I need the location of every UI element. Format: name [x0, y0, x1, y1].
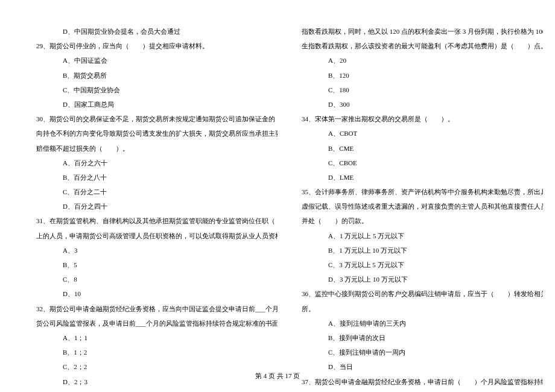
- q29-option-c: C、中国期货业协会: [36, 83, 278, 97]
- q30-stem-line3: 赔偿额不超过损失的（ ）。: [36, 141, 278, 156]
- q36-option-c: C、接到注销申请的一周内: [302, 345, 543, 359]
- q29-option-d: D、国家工商总局: [36, 97, 278, 112]
- q35-option-b: B、1 万元以上 10 万元以下: [302, 243, 543, 258]
- q33-stem-line2: 指数看跌期权，同时，他又以 120 点的权利金卖出一张 3 月份到期，执行价格为…: [302, 24, 543, 39]
- q36-option-a: A、接到注销申请的三天内: [302, 316, 543, 330]
- q34-stem: 34、宋体第一家推出期权交易的交易所是（ ）。: [302, 112, 543, 126]
- q34-option-a: A、CBOT: [302, 126, 543, 141]
- q37-stem-line2: 标准。: [302, 389, 543, 392]
- q35-stem-line2: 虚假记载、误导性陈述或者重大遗漏的，对直接负责的主管人员和其他直接责任人员给予警…: [302, 199, 543, 213]
- q34-option-c: C、CBOE: [302, 156, 543, 170]
- q32-option-b: B、1；2: [36, 345, 278, 359]
- q35-stem-line1: 35、会计师事务所、律师事务所、资产评估机构等中介服务机构未勤勉尽责，所出具的文…: [302, 185, 543, 199]
- q31-stem-line2: 上的人员，申请期货公司高级管理人员任职资格的，可以免试取得期货从业人员资格。: [36, 229, 278, 243]
- q31-option-c: C、8: [36, 272, 278, 286]
- q30-stem-line1: 30、期货公司的交易保证金不足，期货交易所未按规定通知期货公司追加保证金的，由于…: [36, 112, 278, 126]
- q32-stem-line1: 32、期货公司申请金融期货经纪业务资格，应当向中国证监会提交申请日前___个月月…: [36, 302, 278, 316]
- q31-stem-line1: 31、在期货监管机构、自律机构以及其他承担期货监管职能的专业监管岗位任职（ ）年…: [36, 213, 278, 228]
- q35-option-c: C、3 万元以上 5 万元以下: [302, 258, 543, 272]
- q36-stem-line1: 36、监控中心接到期货公司的客户交易编码注销申请后，应当于（ ）转发给相关期货交…: [302, 286, 543, 301]
- q34-option-d: D、LME: [302, 170, 543, 185]
- q29-stem: 29、期货公司停业的，应当向（ ）提交相应申请材料。: [36, 39, 278, 53]
- q30-option-c: C、百分之二十: [36, 185, 278, 199]
- q32-option-a: A、1；1: [36, 330, 278, 345]
- q35-option-d: D、3 万元以上 10 万元以下: [302, 272, 543, 286]
- q33-option-c: C、180: [302, 83, 543, 97]
- q30-option-d: D、百分之四十: [36, 199, 278, 213]
- q34-option-b: B、CME: [302, 141, 543, 156]
- q33-stem-line1: 33、2 月 10 日，某投资者以 300 点的权利金买入一张 3 月份到期，执…: [36, 389, 278, 392]
- q30-option-a: A、百分之六十: [36, 156, 278, 170]
- q33-stem-line3: 生指数看跌期权，那么该投资者的最大可能盈利（不考虑其他费用）是（ ）点。: [302, 39, 543, 53]
- q36-stem-line2: 所。: [302, 302, 543, 316]
- q33-option-b: B、120: [302, 68, 543, 83]
- right-column: 指数看跌期权，同时，他又以 120 点的权利金卖出一张 3 月份到期，执行价格为…: [302, 24, 543, 368]
- q29-option-b: B、期货交易所: [36, 68, 278, 83]
- q33-option-d: D、300: [302, 97, 543, 112]
- q36-option-b: B、接到申请的次日: [302, 330, 543, 345]
- q30-stem-line2: 向持仓不利的方向变化导致期货公司透支发生的扩大损失，期货交易所应当承担主要赔偿责…: [36, 126, 278, 141]
- q28-option-d: D、中国期货业协会提名，会员大会通过: [36, 24, 278, 39]
- q35-stem-line3: 并处（ ）的罚款。: [302, 213, 543, 228]
- q31-option-a: A、3: [36, 243, 278, 258]
- q31-option-b: B、5: [36, 258, 278, 272]
- left-column: D、中国期货业协会提名，会员大会通过 29、期货公司停业的，应当向（ ）提交相应…: [36, 24, 278, 368]
- q29-option-a: A、中国证监会: [36, 53, 278, 68]
- q35-option-a: A、1 万元以上 5 万元以下: [302, 229, 543, 243]
- q30-option-b: B、百分之八十: [36, 170, 278, 185]
- two-column-layout: D、中国期货业协会提名，会员大会通过 29、期货公司停业的，应当向（ ）提交相应…: [36, 24, 519, 368]
- q32-stem-line2: 货公司风险监管报表，及申请日前___个月的风险监管指标持续符合规定标准的书面保证…: [36, 316, 278, 330]
- q31-option-d: D、10: [36, 286, 278, 301]
- page-footer: 第 4 页 共 17 页: [0, 368, 555, 383]
- q33-option-a: A、20: [302, 53, 543, 68]
